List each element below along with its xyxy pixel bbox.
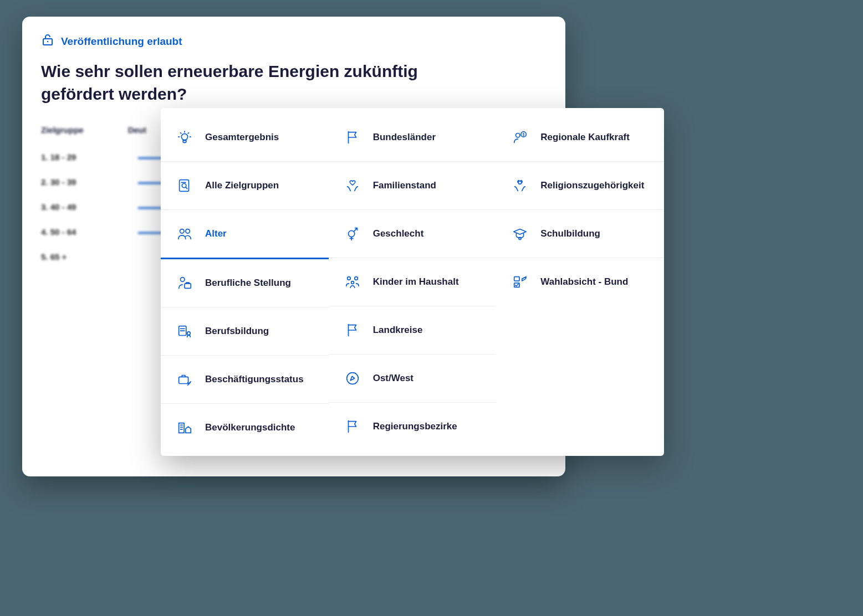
filter-regionale-kaufkraft[interactable]: $ Regionale Kaufkraft [496,114,664,162]
svg-point-21 [519,181,522,184]
graduation-icon [512,225,528,242]
filter-label: Landkreise [373,325,423,336]
filter-geschlecht[interactable]: Geschlecht [329,210,497,258]
person-briefcase-icon [176,275,193,291]
filter-label: Bevölkerungsdichte [205,422,295,433]
svg-point-17 [346,373,358,384]
filter-label: Alter [205,228,227,239]
filter-label: Berufsbildung [205,326,269,337]
hands-heart-icon [344,177,361,194]
svg-point-10 [187,332,191,335]
filter-gesamtergebnis[interactable]: Gesamtergebnis [161,114,329,162]
filter-label: Berufliche Stellung [205,278,291,289]
svg-rect-8 [185,284,191,288]
filter-schulbildung[interactable]: Schulbildung [496,210,664,258]
filter-popover: Gesamtergebnis Alle Zielgruppen Alter Be… [161,108,664,456]
filter-beschaeftigungsstatus[interactable]: Beschäftigungsstatus [161,356,329,404]
lightbulb-icon [176,129,193,146]
publication-status-row: Veröffentlichung erlaubt [41,33,547,49]
svg-rect-11 [179,377,188,383]
briefcase-check-icon [176,371,193,388]
svg-point-22 [519,237,521,239]
table-col-zielgruppe: Zielgruppe [41,125,84,135]
filter-label: Kinder im Haushalt [373,276,459,288]
svg-point-14 [347,277,350,280]
svg-point-5 [180,229,185,234]
svg-rect-12 [179,423,184,433]
filter-label: Regierungsbezirke [373,421,457,432]
svg-point-13 [348,230,354,237]
filter-landkreise[interactable]: Landkreise [329,306,497,355]
filter-label: Familienstand [373,180,436,191]
people-icon [176,225,193,242]
filter-label: Schulbildung [540,228,600,239]
question-title: Wie sehr sollen erneuerbare Energien zuk… [41,60,473,105]
svg-rect-23 [514,277,519,281]
filter-label: Religionszugehörigkeit [540,180,644,191]
flag-icon [344,322,361,338]
hands-person-icon [512,177,528,194]
svg-point-18 [516,134,520,138]
filter-bevoelkerungsdichte[interactable]: Bevölkerungsdichte [161,404,329,451]
filter-label: Gesamtergebnis [205,132,279,143]
person-money-icon: $ [512,129,528,146]
filter-berufsbildung[interactable]: Berufsbildung [161,307,329,356]
svg-text:$: $ [523,132,525,137]
document-search-icon [176,177,193,194]
gender-icon [344,225,361,242]
filter-alle-zielgruppen[interactable]: Alle Zielgruppen [161,162,329,210]
filter-alter[interactable]: Alter [161,210,329,259]
svg-rect-3 [180,180,189,192]
filter-label: Regionale Kaufkraft [540,132,630,143]
filter-bundeslaender[interactable]: Bundesländer [329,114,497,162]
filter-label: Wahlabsicht - Bund [540,276,628,288]
publication-status-text: Veröffentlichung erlaubt [61,35,182,48]
filter-berufliche-stellung[interactable]: Berufliche Stellung [161,259,329,307]
svg-point-6 [186,229,190,234]
filter-ost-west[interactable]: Ost/West [329,355,497,403]
unlock-icon [41,33,54,49]
filter-label: Alle Zielgruppen [205,180,279,191]
svg-point-2 [181,134,187,140]
flag-icon [344,418,361,435]
ballot-edit-icon [512,274,528,290]
filter-wahlabsicht-bund[interactable]: Wahlabsicht - Bund [496,258,664,306]
certificate-person-icon [176,323,193,340]
filter-label: Ost/West [373,373,413,384]
filter-label: Bundesländer [373,132,436,143]
svg-point-15 [354,277,358,280]
building-house-icon [176,419,193,436]
filter-regierungsbezirke[interactable]: Regierungsbezirke [329,403,497,450]
table-col-value: Deut [128,125,146,135]
svg-point-1 [47,41,48,42]
flag-icon [344,129,361,146]
compass-icon [344,370,361,387]
filter-label: Beschäftigungsstatus [205,374,304,385]
filter-kinder-im-haushalt[interactable]: Kinder im Haushalt [329,258,497,306]
filter-label: Geschlecht [373,228,424,239]
filter-religionszugehoerigkeit[interactable]: Religionszugehörigkeit [496,162,664,210]
filter-familienstand[interactable]: Familienstand [329,162,497,210]
family-icon [344,274,361,290]
svg-point-16 [351,281,354,284]
svg-point-7 [181,278,185,282]
